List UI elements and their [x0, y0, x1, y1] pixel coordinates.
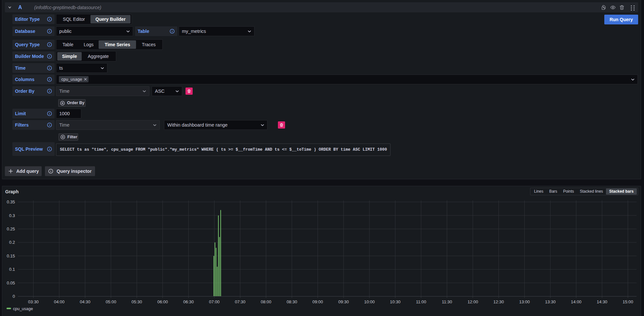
svg-text:0: 0 — [13, 294, 15, 299]
svg-text:05:30: 05:30 — [131, 299, 142, 304]
svg-text:07:00: 07:00 — [209, 299, 220, 304]
svg-text:14:00: 14:00 — [571, 299, 582, 304]
svg-text:0.2: 0.2 — [9, 240, 15, 245]
svg-text:13:00: 13:00 — [519, 299, 530, 304]
svg-text:cpu_usage: cpu_usage — [13, 307, 33, 311]
svg-text:10:30: 10:30 — [390, 299, 401, 304]
svg-text:04:30: 04:30 — [80, 299, 90, 304]
svg-text:12:00: 12:00 — [468, 299, 478, 304]
svg-text:0.3: 0.3 — [9, 213, 15, 218]
svg-text:04:00: 04:00 — [54, 299, 65, 304]
svg-text:09:30: 09:30 — [338, 299, 349, 304]
svg-text:0.35: 0.35 — [7, 199, 15, 204]
svg-text:15:00: 15:00 — [623, 299, 633, 304]
svg-text:09:00: 09:00 — [312, 299, 323, 304]
svg-text:13:30: 13:30 — [545, 299, 556, 304]
svg-text:12:30: 12:30 — [493, 299, 504, 304]
svg-text:11:00: 11:00 — [416, 299, 426, 304]
svg-text:05:00: 05:00 — [106, 299, 116, 304]
svg-text:0.25: 0.25 — [7, 227, 15, 231]
svg-text:08:00: 08:00 — [261, 299, 271, 304]
svg-text:11:30: 11:30 — [442, 299, 452, 304]
svg-text:0.05: 0.05 — [7, 281, 15, 285]
svg-text:07:30: 07:30 — [235, 299, 246, 304]
svg-text:14:30: 14:30 — [597, 299, 608, 304]
svg-text:06:00: 06:00 — [158, 299, 168, 304]
svg-text:08:30: 08:30 — [287, 299, 297, 304]
svg-text:0.15: 0.15 — [7, 254, 15, 258]
svg-text:03:30: 03:30 — [28, 299, 39, 304]
svg-text:0.1: 0.1 — [9, 267, 15, 272]
svg-text:06:30: 06:30 — [183, 299, 194, 304]
svg-text:10:00: 10:00 — [364, 299, 375, 304]
